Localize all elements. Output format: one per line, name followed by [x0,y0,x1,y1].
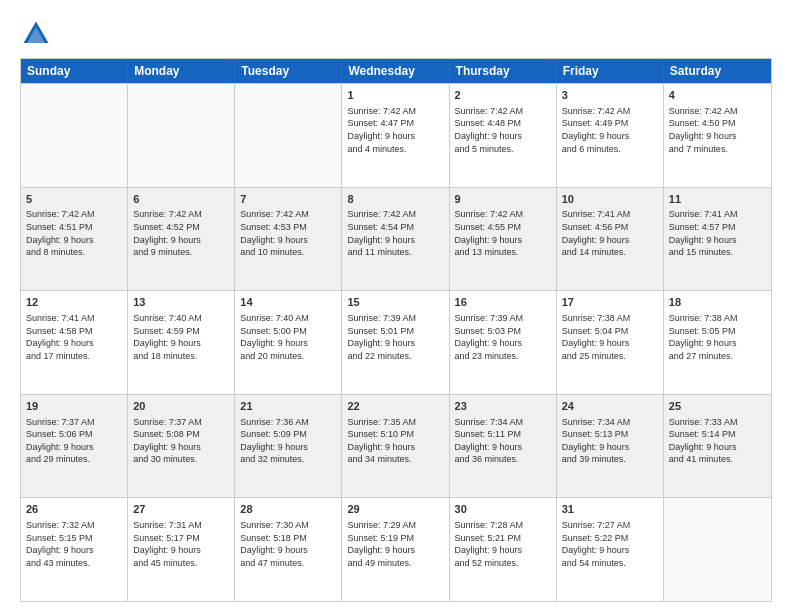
calendar-cell: 9Sunrise: 7:42 AM Sunset: 4:55 PM Daylig… [450,188,557,291]
calendar-body: 1Sunrise: 7:42 AM Sunset: 4:47 PM Daylig… [21,83,771,601]
calendar-cell: 14Sunrise: 7:40 AM Sunset: 5:00 PM Dayli… [235,291,342,394]
day-number: 7 [240,192,336,207]
calendar-week: 12Sunrise: 7:41 AM Sunset: 4:58 PM Dayli… [21,290,771,394]
day-info: Sunrise: 7:42 AM Sunset: 4:53 PM Dayligh… [240,208,336,258]
day-number: 22 [347,399,443,414]
day-number: 11 [669,192,766,207]
day-info: Sunrise: 7:38 AM Sunset: 5:04 PM Dayligh… [562,312,658,362]
calendar-cell [235,84,342,187]
calendar-cell: 25Sunrise: 7:33 AM Sunset: 5:14 PM Dayli… [664,395,771,498]
page: SundayMondayTuesdayWednesdayThursdayFrid… [0,0,792,612]
day-info: Sunrise: 7:41 AM Sunset: 4:57 PM Dayligh… [669,208,766,258]
day-info: Sunrise: 7:42 AM Sunset: 4:51 PM Dayligh… [26,208,122,258]
day-info: Sunrise: 7:42 AM Sunset: 4:48 PM Dayligh… [455,105,551,155]
day-info: Sunrise: 7:37 AM Sunset: 5:08 PM Dayligh… [133,416,229,466]
calendar-cell: 27Sunrise: 7:31 AM Sunset: 5:17 PM Dayli… [128,498,235,601]
day-number: 23 [455,399,551,414]
day-number: 20 [133,399,229,414]
day-number: 30 [455,502,551,517]
day-number: 16 [455,295,551,310]
calendar-cell: 23Sunrise: 7:34 AM Sunset: 5:11 PM Dayli… [450,395,557,498]
logo-icon [20,18,52,50]
calendar-cell: 7Sunrise: 7:42 AM Sunset: 4:53 PM Daylig… [235,188,342,291]
day-info: Sunrise: 7:42 AM Sunset: 4:50 PM Dayligh… [669,105,766,155]
day-info: Sunrise: 7:41 AM Sunset: 4:58 PM Dayligh… [26,312,122,362]
calendar-cell: 18Sunrise: 7:38 AM Sunset: 5:05 PM Dayli… [664,291,771,394]
day-info: Sunrise: 7:42 AM Sunset: 4:47 PM Dayligh… [347,105,443,155]
calendar-cell: 3Sunrise: 7:42 AM Sunset: 4:49 PM Daylig… [557,84,664,187]
logo [20,18,58,50]
day-info: Sunrise: 7:39 AM Sunset: 5:01 PM Dayligh… [347,312,443,362]
calendar-header-cell: Friday [557,59,664,83]
day-number: 8 [347,192,443,207]
day-number: 24 [562,399,658,414]
calendar-cell: 30Sunrise: 7:28 AM Sunset: 5:21 PM Dayli… [450,498,557,601]
calendar-header-cell: Tuesday [235,59,342,83]
calendar-header-row: SundayMondayTuesdayWednesdayThursdayFrid… [21,59,771,83]
day-number: 17 [562,295,658,310]
calendar-cell: 20Sunrise: 7:37 AM Sunset: 5:08 PM Dayli… [128,395,235,498]
day-number: 9 [455,192,551,207]
day-info: Sunrise: 7:40 AM Sunset: 4:59 PM Dayligh… [133,312,229,362]
header [20,18,772,50]
calendar-cell: 4Sunrise: 7:42 AM Sunset: 4:50 PM Daylig… [664,84,771,187]
calendar-cell: 12Sunrise: 7:41 AM Sunset: 4:58 PM Dayli… [21,291,128,394]
day-info: Sunrise: 7:39 AM Sunset: 5:03 PM Dayligh… [455,312,551,362]
day-info: Sunrise: 7:42 AM Sunset: 4:55 PM Dayligh… [455,208,551,258]
day-info: Sunrise: 7:41 AM Sunset: 4:56 PM Dayligh… [562,208,658,258]
calendar-cell: 11Sunrise: 7:41 AM Sunset: 4:57 PM Dayli… [664,188,771,291]
day-info: Sunrise: 7:31 AM Sunset: 5:17 PM Dayligh… [133,519,229,569]
calendar-cell: 21Sunrise: 7:36 AM Sunset: 5:09 PM Dayli… [235,395,342,498]
day-info: Sunrise: 7:42 AM Sunset: 4:49 PM Dayligh… [562,105,658,155]
day-number: 12 [26,295,122,310]
calendar-cell: 24Sunrise: 7:34 AM Sunset: 5:13 PM Dayli… [557,395,664,498]
calendar-cell: 15Sunrise: 7:39 AM Sunset: 5:01 PM Dayli… [342,291,449,394]
day-number: 21 [240,399,336,414]
day-number: 28 [240,502,336,517]
calendar-cell: 26Sunrise: 7:32 AM Sunset: 5:15 PM Dayli… [21,498,128,601]
day-number: 31 [562,502,658,517]
calendar-week: 19Sunrise: 7:37 AM Sunset: 5:06 PM Dayli… [21,394,771,498]
day-info: Sunrise: 7:40 AM Sunset: 5:00 PM Dayligh… [240,312,336,362]
day-number: 15 [347,295,443,310]
calendar-cell: 2Sunrise: 7:42 AM Sunset: 4:48 PM Daylig… [450,84,557,187]
calendar-week: 1Sunrise: 7:42 AM Sunset: 4:47 PM Daylig… [21,83,771,187]
calendar-cell: 29Sunrise: 7:29 AM Sunset: 5:19 PM Dayli… [342,498,449,601]
calendar-cell: 17Sunrise: 7:38 AM Sunset: 5:04 PM Dayli… [557,291,664,394]
day-info: Sunrise: 7:34 AM Sunset: 5:13 PM Dayligh… [562,416,658,466]
calendar-cell [21,84,128,187]
calendar-header-cell: Sunday [21,59,128,83]
day-number: 19 [26,399,122,414]
day-info: Sunrise: 7:42 AM Sunset: 4:52 PM Dayligh… [133,208,229,258]
day-number: 5 [26,192,122,207]
calendar-cell: 8Sunrise: 7:42 AM Sunset: 4:54 PM Daylig… [342,188,449,291]
day-info: Sunrise: 7:38 AM Sunset: 5:05 PM Dayligh… [669,312,766,362]
calendar-header-cell: Saturday [664,59,771,83]
day-info: Sunrise: 7:37 AM Sunset: 5:06 PM Dayligh… [26,416,122,466]
calendar-cell: 31Sunrise: 7:27 AM Sunset: 5:22 PM Dayli… [557,498,664,601]
calendar-header-cell: Thursday [450,59,557,83]
calendar-cell: 28Sunrise: 7:30 AM Sunset: 5:18 PM Dayli… [235,498,342,601]
calendar-cell: 16Sunrise: 7:39 AM Sunset: 5:03 PM Dayli… [450,291,557,394]
day-info: Sunrise: 7:27 AM Sunset: 5:22 PM Dayligh… [562,519,658,569]
day-number: 14 [240,295,336,310]
calendar-cell [664,498,771,601]
day-info: Sunrise: 7:34 AM Sunset: 5:11 PM Dayligh… [455,416,551,466]
calendar-cell: 1Sunrise: 7:42 AM Sunset: 4:47 PM Daylig… [342,84,449,187]
day-info: Sunrise: 7:29 AM Sunset: 5:19 PM Dayligh… [347,519,443,569]
day-number: 13 [133,295,229,310]
day-number: 2 [455,88,551,103]
day-number: 1 [347,88,443,103]
day-number: 25 [669,399,766,414]
day-info: Sunrise: 7:32 AM Sunset: 5:15 PM Dayligh… [26,519,122,569]
calendar-week: 5Sunrise: 7:42 AM Sunset: 4:51 PM Daylig… [21,187,771,291]
day-number: 18 [669,295,766,310]
day-info: Sunrise: 7:36 AM Sunset: 5:09 PM Dayligh… [240,416,336,466]
calendar-week: 26Sunrise: 7:32 AM Sunset: 5:15 PM Dayli… [21,497,771,601]
day-number: 27 [133,502,229,517]
calendar-header-cell: Wednesday [342,59,449,83]
day-info: Sunrise: 7:33 AM Sunset: 5:14 PM Dayligh… [669,416,766,466]
calendar-cell: 19Sunrise: 7:37 AM Sunset: 5:06 PM Dayli… [21,395,128,498]
day-number: 4 [669,88,766,103]
day-number: 3 [562,88,658,103]
